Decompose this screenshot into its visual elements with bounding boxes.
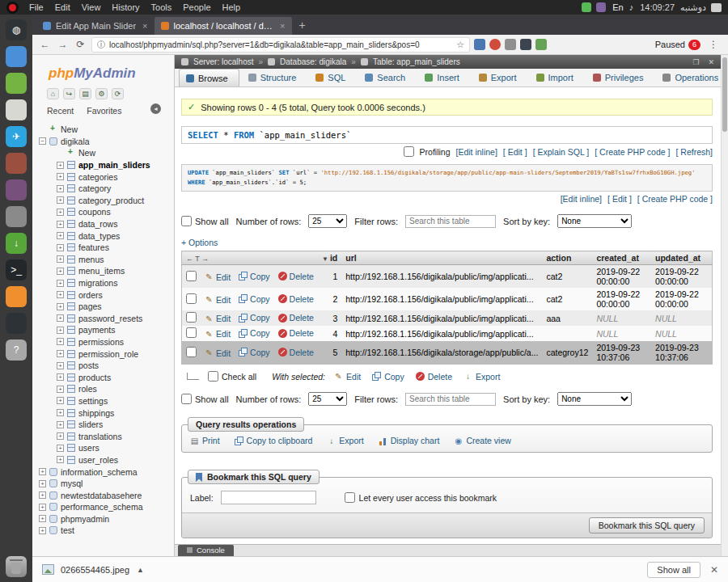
- tree-item[interactable]: + app_main_sliders: [39, 159, 174, 171]
- dock-icon[interactable]: [6, 73, 27, 94]
- pma-tab[interactable]: Operations: [656, 69, 728, 86]
- keyboard-grid-icon[interactable]: [711, 3, 722, 12]
- tree-expander-icon[interactable]: +: [57, 244, 64, 251]
- tree-item[interactable]: + password_resets: [39, 313, 174, 325]
- tree-expander-icon[interactable]: +: [57, 185, 64, 192]
- tree-expander-icon[interactable]: +: [57, 421, 64, 428]
- tree-expander-icon[interactable]: +: [57, 162, 64, 169]
- sort-select[interactable]: None: [557, 392, 632, 406]
- settings-icon[interactable]: ⚙: [95, 88, 108, 99]
- download-extension-icon[interactable]: [505, 39, 516, 50]
- with-selected-action[interactable]: Copy: [372, 372, 404, 382]
- show-all-downloads-button[interactable]: Show all: [647, 562, 700, 578]
- pma-tab[interactable]: Structure: [242, 69, 307, 86]
- query-link[interactable]: [Edit inline]: [561, 194, 602, 204]
- tree-item[interactable]: New: [39, 124, 174, 136]
- bookmark-star-icon[interactable]: ☆: [456, 40, 464, 50]
- tree-item[interactable]: + payments: [39, 324, 174, 336]
- row-edit-link[interactable]: Edit: [205, 295, 231, 305]
- row-delete-link[interactable]: Delete: [278, 294, 314, 304]
- show-all-checkbox[interactable]: [181, 216, 192, 226]
- tree-expander-icon[interactable]: +: [57, 327, 64, 334]
- pma-logo[interactable]: phpMyAdmin: [32, 55, 174, 84]
- menubar-menu[interactable]: Tools: [146, 0, 178, 15]
- tree-item[interactable]: + newtestdatabasehere: [39, 489, 174, 501]
- tree-expander-icon[interactable]: +: [57, 445, 64, 452]
- row-checkbox[interactable]: [186, 312, 197, 323]
- tree-expander-icon[interactable]: +: [39, 491, 46, 499]
- pma-tab[interactable]: Export: [472, 69, 527, 86]
- query-link[interactable]: [ Edit ]: [503, 147, 527, 157]
- query-link[interactable]: [ Create PHP code ]: [595, 147, 670, 157]
- dock-icon[interactable]: [6, 46, 27, 67]
- row-checkbox[interactable]: [186, 293, 197, 304]
- extension-icon[interactable]: [489, 39, 501, 50]
- tree-item[interactable]: New: [39, 147, 174, 159]
- indicator-icon[interactable]: [596, 2, 606, 12]
- tree-expander-icon[interactable]: +: [57, 232, 64, 239]
- with-selected-action[interactable]: Edit: [334, 372, 361, 382]
- menubar-menu[interactable]: People: [177, 0, 216, 15]
- extension-icon[interactable]: [520, 39, 531, 50]
- tree-expander-icon[interactable]: +: [57, 386, 64, 393]
- bookmark-access-checkbox[interactable]: [345, 492, 355, 503]
- dock-icon[interactable]: ↓: [6, 233, 27, 254]
- rows-select[interactable]: 25: [308, 214, 347, 228]
- query-ops-link[interactable]: Print: [190, 436, 220, 445]
- dock-icon[interactable]: [6, 99, 27, 120]
- screenshare-icon[interactable]: [582, 2, 591, 12]
- refresh-icon[interactable]: ⟳: [112, 88, 124, 99]
- download-bar-close-icon[interactable]: ✕: [710, 564, 718, 576]
- forward-icon[interactable]: →: [56, 39, 70, 50]
- row-copy-link[interactable]: Copy: [239, 328, 270, 338]
- home-icon[interactable]: ⌂: [47, 88, 59, 99]
- tree-item[interactable]: + sliders: [39, 419, 174, 431]
- browser-tab-2-active[interactable]: localhost / localhost / dig... ×: [154, 17, 292, 35]
- tree-expander-icon[interactable]: +: [57, 209, 64, 216]
- tree-expander-icon[interactable]: +: [57, 373, 64, 381]
- dock-icon[interactable]: [6, 313, 27, 334]
- tree-expander-icon[interactable]: +: [39, 527, 46, 534]
- tree-expander-icon[interactable]: +: [39, 515, 46, 522]
- query-ops-link[interactable]: Export: [327, 436, 363, 445]
- pma-tab[interactable]: SQL: [309, 69, 356, 86]
- bookmark-submit-button[interactable]: Bookmark this SQL query: [589, 517, 705, 534]
- tree-item[interactable]: + phpmyadmin: [39, 513, 174, 525]
- row-delete-link[interactable]: Delete: [278, 328, 314, 338]
- tree-item[interactable]: + data_types: [39, 230, 174, 242]
- rows-select[interactable]: 25: [308, 392, 347, 406]
- tree-item[interactable]: + user_roles: [39, 454, 174, 466]
- back-icon[interactable]: ←: [38, 39, 52, 50]
- profiling-checkbox[interactable]: [404, 146, 414, 157]
- pma-tab[interactable]: Privileges: [586, 69, 654, 86]
- query-ops-link[interactable]: Display chart: [379, 436, 440, 445]
- dock-icon[interactable]: ✈: [6, 126, 27, 147]
- dock-icon[interactable]: ◍: [6, 19, 27, 40]
- with-selected-action[interactable]: Export: [463, 372, 500, 382]
- tree-item[interactable]: + products: [39, 371, 174, 383]
- docs-icon[interactable]: ▤: [79, 88, 91, 99]
- tree-expander-icon[interactable]: +: [57, 280, 64, 287]
- pma-tab[interactable]: Import: [530, 69, 584, 86]
- pma-tab[interactable]: Browse: [179, 69, 239, 86]
- tree-expander-icon[interactable]: +: [57, 255, 64, 263]
- check-all-checkbox[interactable]: [208, 371, 218, 382]
- menubar-menu[interactable]: Edit: [49, 0, 76, 15]
- download-expand-icon[interactable]: ▲: [137, 566, 144, 574]
- browser-tab-1[interactable]: Edit App Main Slider ×: [36, 17, 154, 35]
- tree-item[interactable]: + menus: [39, 254, 174, 266]
- column-header-created-at[interactable]: created_at: [592, 251, 651, 265]
- tree-expander-icon[interactable]: +: [57, 338, 64, 345]
- query-link[interactable]: [ Create PHP code ]: [637, 194, 713, 204]
- dock-icon[interactable]: [6, 286, 27, 307]
- query-link[interactable]: [Edit inline]: [455, 147, 497, 157]
- tree-item[interactable]: + permission_role: [39, 348, 174, 360]
- sort-select[interactable]: None: [557, 214, 632, 228]
- show-all-toggle[interactable]: Show all: [181, 394, 229, 404]
- volume-icon[interactable]: ♪: [629, 2, 634, 12]
- menubar-menu[interactable]: Help: [217, 0, 247, 15]
- query-link[interactable]: [ Explain SQL ]: [533, 147, 590, 157]
- tree-expander-icon[interactable]: +: [57, 314, 64, 322]
- site-info-icon[interactable]: i: [97, 40, 105, 48]
- download-filename[interactable]: 0266554465.jpeg: [61, 565, 129, 575]
